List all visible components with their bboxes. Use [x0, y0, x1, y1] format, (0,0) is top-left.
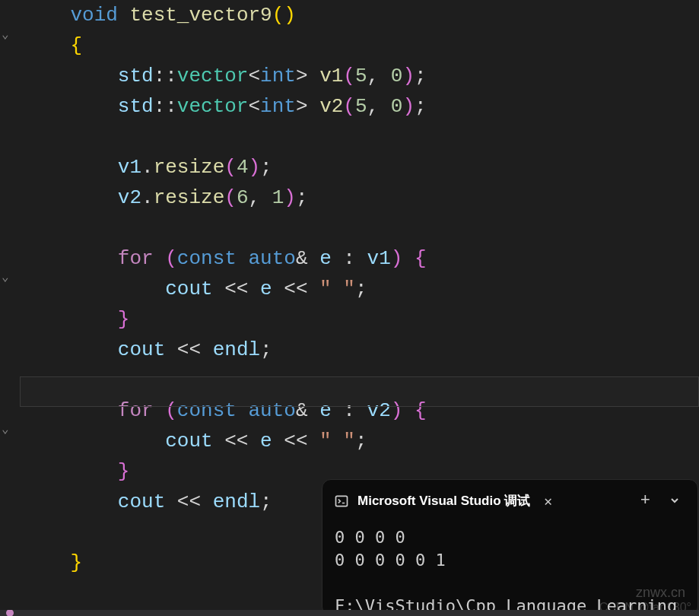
code-line[interactable] [23, 122, 699, 152]
status-indicator[interactable] [6, 610, 14, 616]
code-line[interactable]: std::vector<int> v2(5, 0); [23, 91, 699, 122]
terminal-icon [333, 493, 350, 510]
code-line[interactable]: void test_vector9() [23, 0, 699, 30]
fold-marker-icon[interactable]: ⌄ [2, 414, 9, 445]
code-line[interactable]: v1.resize(4); [23, 152, 699, 183]
tab-dropdown-icon[interactable] [669, 490, 681, 513]
new-tab-button[interactable]: + [640, 491, 650, 510]
terminal-tab-title[interactable]: Microsoft Visual Studio 调试 [357, 492, 530, 510]
output-line: 0 0 0 0 0 1 [335, 551, 456, 570]
code-line[interactable] [23, 213, 699, 243]
code-line[interactable]: } [23, 304, 699, 335]
terminal-tabstrip: Microsoft Visual Studio 调试 ✕ + [322, 480, 697, 522]
code-line[interactable]: v2.resize(6, 1); [23, 183, 699, 213]
code-line[interactable]: { [23, 30, 699, 61]
code-line[interactable]: cout << e << " "; [23, 426, 699, 456]
output-line: 0 0 0 0 [335, 528, 415, 547]
fold-marker-icon[interactable]: ⌄ [2, 262, 9, 293]
code-line[interactable]: std::vector<int> v1(5, 0); [23, 61, 699, 91]
close-tab-button[interactable]: ✕ [544, 493, 552, 510]
code-line[interactable]: cout << endl; [23, 335, 699, 365]
svg-rect-0 [336, 496, 348, 506]
code-line[interactable]: cout << e << " "; [23, 274, 699, 304]
code-line[interactable]: for (const auto& e : v1) { [23, 243, 699, 274]
status-bar[interactable] [0, 610, 699, 616]
fold-marker-icon[interactable]: ⌄ [2, 20, 9, 50]
fold-gutter[interactable]: ⌄ ⌄ ⌄ [0, 0, 15, 578]
watermark: znwx.cn [636, 585, 685, 601]
current-line-highlight [20, 376, 699, 407]
